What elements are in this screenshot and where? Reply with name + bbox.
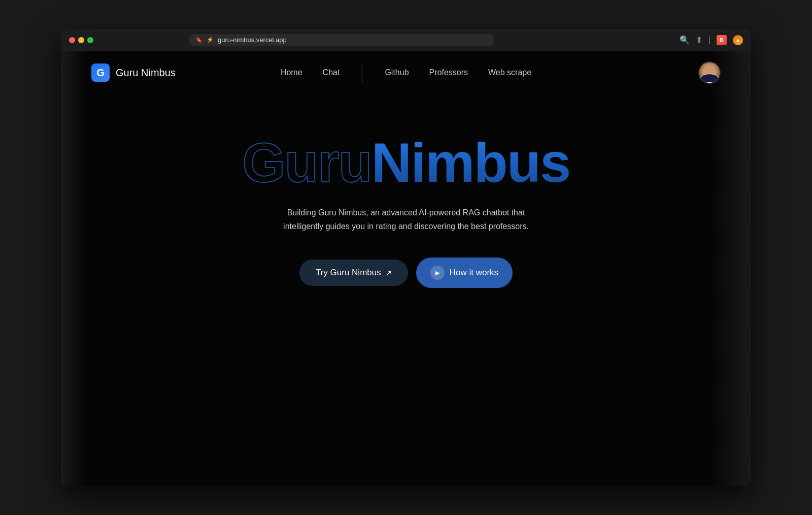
brave-shield-icon[interactable]: B xyxy=(717,35,727,45)
logo-area: G Guru Nimbus xyxy=(91,63,176,82)
security-icon: ⚡ xyxy=(207,37,214,43)
how-it-works-button[interactable]: ▶ How it works xyxy=(416,258,513,288)
hero-title-guru: Guru xyxy=(242,131,371,194)
side-panel-left xyxy=(61,51,86,486)
divider-bar: | xyxy=(708,36,710,45)
brave-rewards-icon[interactable]: ▲ xyxy=(733,35,743,45)
search-icon[interactable]: 🔍 xyxy=(680,35,690,45)
nav-link-professors[interactable]: Professors xyxy=(429,68,468,77)
arrow-icon: ↗ xyxy=(385,268,392,278)
logo-icon: G xyxy=(91,63,110,82)
side-panel-right xyxy=(710,51,751,486)
nav-links: Home Chat Github Professors Web scrape xyxy=(281,62,531,83)
browser-chrome: 🔖 ⚡ guru-nimbus.vercel.app 🔍 ⬆ | B ▲ xyxy=(61,29,751,51)
nav-link-home[interactable]: Home xyxy=(281,68,302,77)
address-bar[interactable]: 🔖 ⚡ guru-nimbus.vercel.app xyxy=(189,34,494,46)
nav-link-chat[interactable]: Chat xyxy=(323,68,340,77)
url-text: guru-nimbus.vercel.app xyxy=(218,36,287,44)
hero-buttons: Try Guru Nimbus ↗ ▶ How it works xyxy=(299,258,513,288)
avatar-image xyxy=(699,62,720,83)
hero-title-nimbus: Nimbus xyxy=(371,131,570,194)
nav-divider xyxy=(362,62,362,83)
app-content: G Guru Nimbus Home Chat Github Professor… xyxy=(61,51,751,486)
nav-link-webscrape[interactable]: Web scrape xyxy=(488,68,531,77)
bookmark-icon: 🔖 xyxy=(195,37,202,43)
user-avatar[interactable] xyxy=(698,61,721,84)
hero-subtitle: Building Guru Nimbus, an advanced AI-pow… xyxy=(274,206,538,233)
hero-section: GuruNimbus Building Guru Nimbus, an adva… xyxy=(61,94,751,318)
play-icon: ▶ xyxy=(430,266,445,280)
maximize-window-button[interactable] xyxy=(87,37,93,43)
logo-text: Guru Nimbus xyxy=(116,67,176,79)
browser-window: 🔖 ⚡ guru-nimbus.vercel.app 🔍 ⬆ | B ▲ G G… xyxy=(61,29,751,486)
btn-secondary-label: How it works xyxy=(450,268,498,278)
minimize-window-button[interactable] xyxy=(78,37,84,43)
window-controls xyxy=(69,37,93,43)
nav-link-github[interactable]: Github xyxy=(385,68,409,77)
avatar-shirt xyxy=(700,74,719,83)
browser-action-buttons: 🔍 ⬆ | B ▲ xyxy=(680,35,743,45)
navbar: G Guru Nimbus Home Chat Github Professor… xyxy=(61,51,751,94)
btn-primary-label: Try Guru Nimbus xyxy=(316,268,381,278)
hero-title: GuruNimbus xyxy=(242,135,570,190)
share-icon[interactable]: ⬆ xyxy=(696,35,702,45)
try-guru-nimbus-button[interactable]: Try Guru Nimbus ↗ xyxy=(299,260,408,286)
close-window-button[interactable] xyxy=(69,37,75,43)
